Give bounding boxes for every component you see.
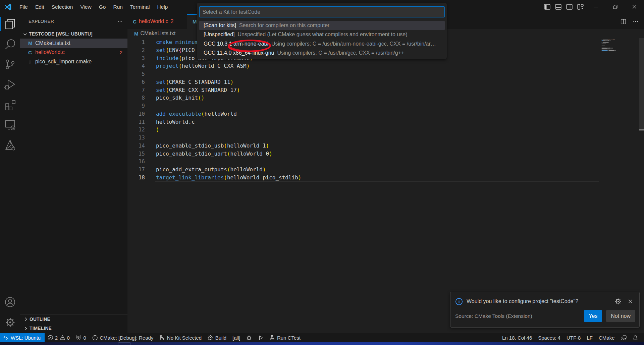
status-notifications[interactable]: [630, 333, 641, 342]
activity-accounts[interactable]: [0, 292, 20, 312]
more-actions-icon[interactable]: [633, 19, 638, 24]
minimize-icon[interactable]: [587, 0, 606, 14]
quick-pick-item-description: Search for compilers on this computer: [239, 22, 329, 28]
menu-terminal[interactable]: Terminal: [126, 2, 154, 12]
menu-selection[interactable]: Selection: [48, 2, 77, 12]
file-lines-icon: [28, 59, 35, 64]
activity-source-control[interactable]: [0, 54, 20, 74]
activity-run-debug[interactable]: [0, 74, 20, 95]
line-number: 9: [127, 102, 145, 110]
search-icon: [4, 39, 16, 50]
quick-pick-item-label: [Scan for kits]: [204, 22, 236, 28]
bug-icon: [246, 335, 252, 341]
code-line-5: 5: [127, 70, 644, 78]
status-cmake-status[interactable]: CMake: [Debug]: Ready: [89, 333, 157, 342]
toggle-secondary-sidebar-icon[interactable]: [566, 4, 573, 10]
pane-outline[interactable]: OUTLINE: [20, 314, 127, 324]
status-feedback[interactable]: [618, 333, 630, 342]
status-kit[interactable]: No Kit Selected: [156, 333, 205, 342]
problems-badge: 2: [120, 50, 122, 55]
sidebar-bottom-panes: OUTLINE TIMELINE: [20, 314, 127, 333]
activity-bar: [0, 14, 20, 333]
customize-layout-icon[interactable]: [577, 4, 584, 10]
file-item-helloWorld.c[interactable]: ChelloWorld.c2: [20, 48, 127, 57]
folder-section-header[interactable]: TESTCODE [WSL: UBUNTU]: [20, 30, 127, 39]
line-content: helloWorld.c: [156, 118, 195, 126]
quick-pick-item-3[interactable]: GCC 11.4.0 x86_64-linux-gnuUsing compile…: [199, 49, 445, 58]
code-line-4: 4project(helloWorld C CXX ASM): [127, 62, 644, 70]
status-language-mode[interactable]: CMake: [596, 333, 618, 342]
notification-settings-icon[interactable]: [615, 298, 621, 304]
quick-pick-item-1[interactable]: [Unspecified]Unspecified (Let CMake gues…: [199, 30, 445, 40]
status-debug-target[interactable]: [243, 333, 255, 342]
yes-button[interactable]: Yes: [584, 310, 602, 322]
restore-icon[interactable]: [606, 0, 625, 14]
notification-close-icon[interactable]: [628, 299, 633, 304]
code-line-10: 10add_executable(helloWorld: [127, 110, 644, 118]
toggle-panel-icon[interactable]: [555, 4, 561, 10]
line-number: 15: [127, 150, 145, 158]
minimap[interactable]: [599, 38, 639, 333]
activity-settings[interactable]: [0, 312, 20, 332]
file-item-CMakeLists.txt[interactable]: MCMakeLists.txt: [20, 39, 127, 48]
activity-explorer[interactable]: [0, 14, 20, 34]
tab-label: helloWorld.c: [139, 18, 168, 24]
toggle-sidebar-icon[interactable]: [544, 4, 550, 10]
status-indentation[interactable]: Spaces: 4: [535, 333, 564, 342]
extensions-icon: [4, 99, 16, 110]
activity-cmake-tools[interactable]: [0, 135, 20, 155]
menu-go[interactable]: Go: [95, 2, 110, 12]
line-number: 2: [127, 46, 145, 54]
quick-pick-placeholder: Select a Kit for testCode: [203, 9, 261, 15]
activity-extensions[interactable]: [0, 95, 20, 115]
line-number: 12: [127, 126, 145, 134]
status-eol[interactable]: LF: [584, 333, 596, 342]
menu-run[interactable]: Run: [109, 2, 126, 12]
file-item-pico_sdk_import.cmake[interactable]: pico_sdk_import.cmake: [20, 57, 127, 66]
line-number: 1: [127, 38, 145, 46]
status-build[interactable]: Build: [205, 333, 229, 342]
quick-pick-item-2[interactable]: GCC 10.3.1 arm-none-eabiUsing compilers:…: [199, 39, 445, 49]
tab-helloWorld.c[interactable]: ChelloWorld.c2: [127, 14, 187, 29]
menu-help[interactable]: Help: [154, 2, 172, 12]
quick-pick-widget: Select a Kit for testCode [Scan for kits…: [197, 3, 447, 59]
status-build-target[interactable]: [all]: [229, 333, 243, 342]
menu-file[interactable]: File: [16, 2, 32, 12]
file-type-icon: C: [28, 50, 35, 55]
editor-scrollbar[interactable]: [639, 38, 644, 131]
status-ports[interactable]: 0: [73, 333, 89, 342]
status-count: 0: [67, 335, 70, 341]
status-launch[interactable]: [255, 333, 267, 342]
pane-label: OUTLINE: [30, 317, 50, 322]
vscode-logo-icon: [4, 3, 12, 11]
status-ctest[interactable]: Run CTest: [266, 333, 304, 342]
status-problems[interactable]: 20: [45, 333, 73, 342]
status-encoding[interactable]: UTF-8: [564, 333, 584, 342]
chevron-right-icon: [22, 326, 30, 331]
line-content: add_executable(helloWorld: [156, 110, 237, 118]
code-line-6: 6set(CMAKE_C_STANDARD 11): [127, 78, 644, 86]
activity-search[interactable]: [0, 34, 20, 54]
code-editor[interactable]: 1cmake_minimum2set(ENV{PICO_3include(pic…: [127, 38, 644, 333]
sidebar-title: EXPLORER: [29, 19, 54, 24]
quick-pick-item-0[interactable]: [Scan for kits]Search for compilers on t…: [199, 21, 445, 30]
activity-remote-explorer[interactable]: [0, 115, 20, 135]
line-content: pico_enable_stdio_uart(helloWorld 0): [156, 150, 272, 158]
overview-ruler-cursor-mark: [639, 129, 644, 130]
file-type-icon: M: [28, 40, 35, 46]
status-cursor-position[interactable]: Ln 18, Col 46: [499, 333, 535, 342]
status-label: 0: [83, 335, 86, 341]
close-icon[interactable]: [625, 0, 644, 14]
not-now-button[interactable]: Not now: [606, 310, 635, 322]
pane-timeline[interactable]: TIMELINE: [20, 324, 127, 333]
menu-edit[interactable]: Edit: [32, 2, 48, 12]
line-content: pico_sdk_init(): [156, 94, 205, 102]
status-remote[interactable]: WSL: Ubuntu: [0, 333, 45, 342]
remote-explorer-icon: [4, 119, 16, 130]
code-line-9: 9: [127, 102, 644, 110]
quick-pick-input[interactable]: Select a Kit for testCode: [199, 6, 445, 17]
split-editor-icon[interactable]: [621, 19, 626, 24]
editor-area: ChelloWorld.c2MCMakeLists.txt M CMakeLis…: [127, 14, 644, 333]
explorer-more-actions-icon[interactable]: [117, 18, 123, 24]
menu-view[interactable]: View: [76, 2, 95, 12]
